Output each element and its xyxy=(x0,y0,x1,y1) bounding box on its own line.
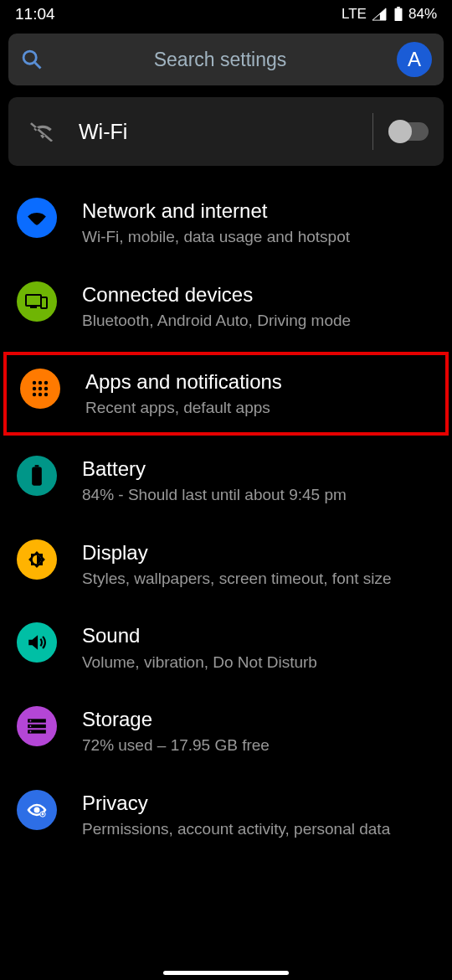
item-title: Apps and notifications xyxy=(85,369,432,395)
navigation-bar xyxy=(0,971,452,975)
item-title: Privacy xyxy=(82,790,435,816)
apps-icon xyxy=(20,369,60,409)
svg-point-9 xyxy=(44,381,48,384)
search-settings-bar[interactable]: Search settings A xyxy=(8,34,444,85)
svg-point-2 xyxy=(23,51,36,64)
signal-icon xyxy=(372,8,387,21)
svg-point-12 xyxy=(44,387,48,390)
svg-rect-0 xyxy=(397,7,400,8)
account-avatar[interactable]: A xyxy=(397,42,432,77)
item-title: Sound xyxy=(82,622,435,648)
brightness-icon xyxy=(17,539,57,580)
svg-point-25 xyxy=(34,807,40,813)
svg-point-11 xyxy=(39,387,42,390)
search-icon xyxy=(20,48,44,71)
item-subtitle: 72% used – 17.95 GB free xyxy=(82,735,435,756)
battery-percent: 84% xyxy=(408,6,437,23)
svg-rect-6 xyxy=(30,307,37,308)
battery-icon xyxy=(17,456,57,496)
svg-rect-17 xyxy=(32,467,42,485)
settings-list: Network and internet Wi-Fi, mobile, data… xyxy=(0,181,452,857)
divider xyxy=(372,113,373,150)
svg-rect-1 xyxy=(394,8,402,21)
wifi-label: Wi-Fi xyxy=(79,120,372,144)
svg-point-24 xyxy=(29,731,31,733)
avatar-letter: A xyxy=(408,48,421,71)
item-sound[interactable]: Sound Volume, vibration, Do Not Disturb xyxy=(0,606,452,689)
svg-point-7 xyxy=(33,381,36,384)
svg-point-14 xyxy=(39,393,42,396)
search-placeholder: Search settings xyxy=(44,49,397,71)
storage-icon xyxy=(17,706,57,746)
item-subtitle: Volume, vibration, Do Not Disturb xyxy=(82,652,435,673)
item-title: Display xyxy=(82,539,435,565)
svg-line-3 xyxy=(35,63,41,69)
svg-point-13 xyxy=(33,393,36,396)
svg-point-10 xyxy=(33,387,36,390)
item-subtitle: Styles, wallpapers, screen timeout, font… xyxy=(82,569,435,590)
wifi-off-icon xyxy=(30,121,55,142)
wifi-icon xyxy=(17,198,57,238)
item-connected-devices[interactable]: Connected devices Bluetooth, Android Aut… xyxy=(0,265,452,348)
svg-point-15 xyxy=(44,393,48,396)
network-type: LTE xyxy=(342,6,367,23)
item-battery[interactable]: Battery 84% - Should last until about 9:… xyxy=(0,439,452,523)
item-apps-notifications[interactable]: Apps and notifications Recent apps, defa… xyxy=(3,352,449,436)
svg-point-8 xyxy=(39,381,42,384)
wifi-switch[interactable] xyxy=(390,122,429,141)
devices-icon xyxy=(17,281,57,322)
item-subtitle: Recent apps, default apps xyxy=(85,398,432,419)
sound-icon xyxy=(17,622,57,663)
item-network-internet[interactable]: Network and internet Wi-Fi, mobile, data… xyxy=(0,181,452,265)
item-title: Network and internet xyxy=(82,198,435,224)
svg-point-23 xyxy=(29,725,31,727)
item-subtitle: Permissions, account activity, personal … xyxy=(82,819,435,840)
item-title: Connected devices xyxy=(82,281,435,307)
item-storage[interactable]: Storage 72% used – 17.95 GB free xyxy=(0,689,452,773)
item-subtitle: Wi-Fi, mobile, data usage and hotspot xyxy=(82,227,435,248)
item-title: Storage xyxy=(82,706,435,732)
item-subtitle: 84% - Should last until about 9:45 pm xyxy=(82,485,435,506)
svg-rect-5 xyxy=(41,297,47,308)
item-display[interactable]: Display Styles, wallpapers, screen timeo… xyxy=(0,523,452,606)
svg-rect-16 xyxy=(35,465,39,467)
status-bar: 11:04 LTE 84% xyxy=(0,0,452,27)
svg-rect-4 xyxy=(26,295,41,306)
status-right: LTE 84% xyxy=(342,6,437,23)
svg-rect-27 xyxy=(42,813,44,815)
wifi-quick-toggle[interactable]: Wi-Fi xyxy=(8,97,444,166)
home-indicator[interactable] xyxy=(163,971,289,975)
svg-point-22 xyxy=(29,720,31,722)
privacy-icon xyxy=(17,790,57,830)
item-privacy[interactable]: Privacy Permissions, account activity, p… xyxy=(0,773,452,857)
item-title: Battery xyxy=(82,456,435,482)
item-subtitle: Bluetooth, Android Auto, Driving mode xyxy=(82,311,435,332)
battery-icon xyxy=(393,7,403,22)
clock: 11:04 xyxy=(15,5,55,23)
